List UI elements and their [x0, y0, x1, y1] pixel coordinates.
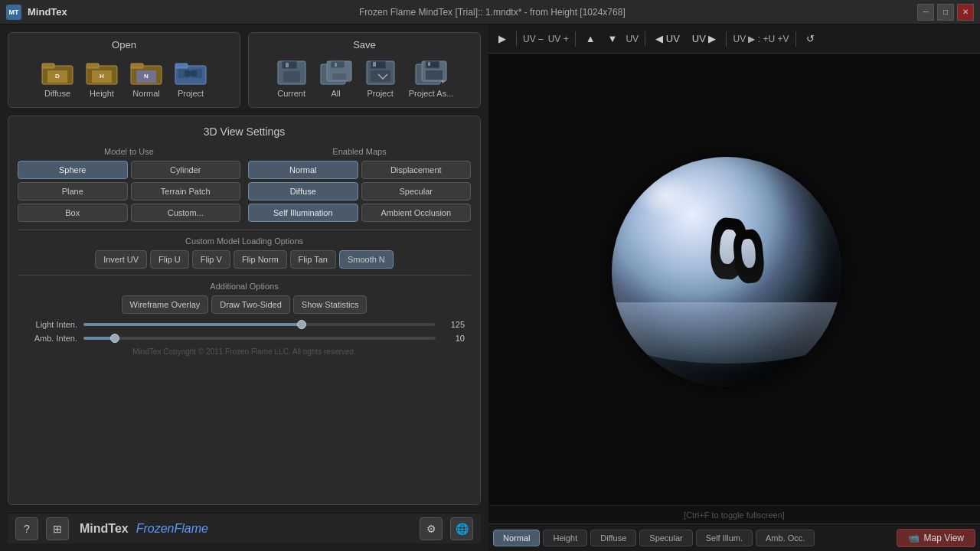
additional-buttons: Wireframe Overlay Draw Two-Sided Show St… — [18, 295, 471, 314]
settings-button[interactable]: ⚙ — [420, 517, 443, 540]
minimize-button[interactable]: ─ — [917, 4, 934, 21]
fullscreen-hint: [Ctrl+F to toggle fullscreen] — [684, 510, 785, 520]
open-normal-button[interactable]: N Normal — [126, 57, 167, 101]
maps-col-title: Enabled Maps — [248, 147, 471, 156]
maps-col: Enabled Maps Normal Displacement Diffuse… — [248, 147, 471, 222]
map-diffuse-button[interactable]: Diffuse — [248, 182, 358, 201]
open-section: Open D Diffuse — [8, 32, 240, 108]
amb-intensity-row: Amb. Inten. 10 — [18, 334, 471, 343]
show-stats-button[interactable]: Show Statistics — [293, 295, 368, 314]
uv-right-button[interactable]: UV ▶ — [688, 31, 720, 47]
bottom-bar: ? ⊞ MindTex FrozenFlame ⚙ 🌐 — [8, 513, 481, 543]
model-box-button[interactable]: Box — [18, 204, 128, 222]
svg-rect-33 — [426, 70, 443, 80]
model-custom-button[interactable]: Custom... — [131, 204, 241, 222]
tab-height[interactable]: Height — [543, 530, 587, 546]
sep-1 — [516, 31, 517, 47]
window-controls: ─ □ ✕ — [917, 4, 974, 21]
wireframe-button[interactable]: Wireframe Overlay — [122, 295, 209, 314]
save-project-button[interactable]: Project — [360, 57, 401, 101]
model-cylinder-button[interactable]: Cylinder — [131, 161, 241, 179]
model-terrain-button[interactable]: Terrain Patch — [131, 182, 241, 201]
map-displacement-button[interactable]: Displacement — [361, 161, 472, 179]
tab-self-illum[interactable]: Self Illum. — [696, 530, 753, 546]
two-sided-button[interactable]: Draw Two-Sided — [211, 295, 290, 314]
svg-rect-29 — [373, 62, 376, 67]
svg-rect-23 — [331, 61, 345, 68]
open-save-row: Open D Diffuse — [8, 32, 481, 108]
tab-normal[interactable]: Normal — [493, 530, 540, 546]
app-title: MindTex — [28, 6, 67, 18]
model-buttons: Sphere Cylinder Plane Terrain Patch Box … — [18, 161, 240, 222]
light-intensity-track[interactable] — [83, 323, 436, 326]
open-diffuse-button[interactable]: D Diffuse — [37, 57, 78, 101]
ice-area — [612, 302, 841, 364]
map-amb-occ-button[interactable]: Ambient Occlusion — [361, 204, 472, 222]
save-title: Save — [255, 39, 474, 51]
tab-specular[interactable]: Specular — [639, 530, 692, 546]
sep-2 — [575, 31, 576, 47]
copyright-text: MindTex Copyright © 2011 Frozen Flame LL… — [18, 347, 471, 356]
sep-3 — [645, 31, 645, 47]
svg-rect-32 — [426, 61, 439, 68]
svg-rect-20 — [286, 63, 289, 67]
help-button[interactable]: ? — [15, 517, 38, 540]
tab-amb-occ[interactable]: Amb. Occ. — [756, 530, 815, 546]
view-settings-title: 3D View Settings — [18, 126, 471, 138]
light-intensity-thumb[interactable] — [297, 320, 306, 329]
bottom-app-name: MindTex — [80, 522, 129, 536]
save-project-as-button[interactable]: + Project As... — [404, 57, 459, 101]
save-all-button[interactable]: All — [315, 57, 357, 101]
model-maps-row: Model to Use Sphere Cylinder Plane Terra… — [18, 147, 471, 222]
map-self-illum-button[interactable]: Self Illumination — [248, 204, 358, 222]
svg-rect-9 — [131, 64, 143, 68]
svg-rect-18 — [282, 61, 297, 69]
maximize-button[interactable]: □ — [937, 4, 954, 21]
titlebar: MT MindTex Frozen Flame MindTex [Trial]:… — [0, 0, 980, 24]
sphere-visual — [612, 157, 841, 386]
open-normal-label: Normal — [132, 89, 159, 98]
map-normal-button[interactable]: Normal — [248, 161, 358, 179]
uv-up-button[interactable]: ▲ — [582, 31, 599, 47]
svg-rect-24 — [332, 73, 346, 80]
layout-button[interactable]: ⊞ — [46, 517, 69, 540]
save-current-button[interactable]: Current — [271, 57, 312, 101]
amb-intensity-thumb[interactable] — [110, 334, 119, 343]
map-view-button[interactable]: 📹 Map View — [897, 529, 975, 547]
left-panel: Open D Diffuse — [0, 24, 488, 551]
flip-tan-button[interactable]: Flip Tan — [290, 250, 336, 269]
viewport-hint: [Ctrl+F to toggle fullscreen] — [488, 505, 980, 523]
close-button[interactable]: ✕ — [957, 4, 974, 21]
play-button[interactable]: ▶ — [495, 31, 510, 47]
open-project-button[interactable]: Project — [170, 57, 211, 101]
sep-4 — [726, 31, 727, 47]
uv-left-button[interactable]: ◀ UV — [652, 31, 684, 47]
globe-button[interactable]: 🌐 — [450, 517, 473, 540]
additional-options-title: Additional Options — [18, 282, 471, 291]
svg-text:N: N — [144, 73, 149, 80]
smooth-n-button[interactable]: Smooth N — [339, 250, 394, 269]
custom-model-title: Custom Model Loading Options — [18, 236, 471, 246]
flip-v-button[interactable]: Flip V — [192, 250, 230, 269]
open-height-button[interactable]: H Height — [81, 57, 122, 101]
app-icon: MT — [6, 5, 21, 20]
light-intensity-fill — [83, 323, 302, 326]
flip-u-button[interactable]: Flip U — [150, 250, 189, 269]
amb-intensity-track[interactable] — [83, 337, 436, 340]
map-specular-button[interactable]: Specular — [361, 182, 472, 201]
refresh-button[interactable]: ↺ — [802, 31, 818, 47]
model-plane-button[interactable]: Plane — [18, 182, 128, 201]
flip-norm-button[interactable]: Flip Norm — [234, 250, 287, 269]
viewport[interactable] — [488, 54, 980, 505]
svg-text:H: H — [100, 73, 104, 80]
tab-diffuse[interactable]: Diffuse — [590, 530, 636, 546]
light-intensity-label: Light Inten. — [24, 320, 77, 329]
viewport-toolbar: ▶ UV – UV + ▲ ▼ UV ◀ UV UV ▶ UV ▶ : +U +… — [488, 24, 980, 54]
titlebar-left: MT MindTex — [6, 5, 67, 20]
model-col-title: Model to Use — [18, 147, 240, 156]
uv-down-button[interactable]: ▼ — [604, 31, 622, 47]
svg-rect-34 — [428, 62, 430, 66]
custom-model-buttons: Invert UV Flip U Flip V Flip Norm Flip T… — [18, 250, 471, 269]
model-sphere-button[interactable]: Sphere — [18, 161, 128, 179]
invert-uv-button[interactable]: Invert UV — [95, 250, 147, 269]
